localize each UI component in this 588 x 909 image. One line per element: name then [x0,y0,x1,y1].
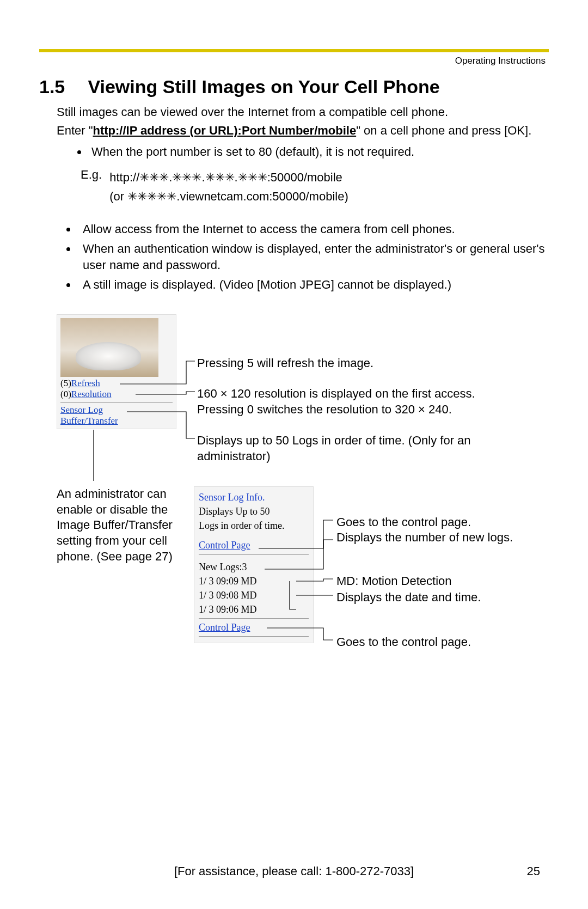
log-desc1: Displays Up to 50 [199,504,309,518]
sensor-log-link[interactable]: Sensor Log [60,405,103,415]
log-title: Sensor Log Info. [199,490,309,504]
intro-url: http://IP address (or URL):Port Number/m… [93,124,357,137]
callout-control-bottom: Goes to the control page. [336,635,522,650]
intro-block: Still images can be viewed over the Inte… [57,104,549,138]
intro-line2: Enter "http://IP address (or URL):Port N… [57,123,549,139]
intro-line1: Still images can be viewed over the Inte… [57,104,549,120]
new-logs-label: New Logs:3 [199,560,309,574]
header-rule [39,49,549,52]
list-item: A still image is displayed. (Video [Moti… [77,277,549,293]
callout-sensorlog: Displays up to 50 Logs in order of time.… [197,433,502,464]
section-title: Viewing Still Images on Your Cell Phone [88,76,439,97]
callout-control-top: Goes to the control page. [336,515,522,530]
header-doc-label: Operating Instructions [39,56,549,66]
camera-still-image [60,318,158,377]
log-desc2: Logs in order of time. [199,518,309,533]
log-row: 1/ 3 09:09 MD [199,574,309,588]
control-page-link-bottom[interactable]: Control Page [199,622,250,633]
log-row: 1/ 3 09:08 MD [199,588,309,602]
phone-divider [60,402,173,402]
callout-refresh: Pressing 5 will refresh the image. [197,356,502,371]
callout-datetime: Displays the date and time. [336,590,522,606]
buffer-transfer-link[interactable]: Buffer/Transfer [60,416,118,426]
diagram-area: (5)Refresh (0)Resolution Sensor Log Buff… [39,314,549,685]
example-label: E.g. [81,168,102,182]
list-item: When the port number is set to 80 (defau… [88,144,549,160]
callout-md: MD: Motion Detection [336,574,522,589]
admin-note: An administrator can enable or disable t… [57,486,187,564]
list-item: When an authentication window is display… [77,241,549,273]
resolution-link[interactable]: Resolution [71,389,112,399]
footer-assist: [For assistance, please call: 1-800-272-… [0,864,588,879]
main-bullet-list: Allow access from the Internet to access… [77,221,549,292]
callout-newlogs: Displays the number of new logs. [336,530,522,546]
sensor-log-screenshot: Sensor Log Info. Displays Up to 50 Logs … [194,486,314,643]
page-number: 25 [527,864,540,879]
example-line1: http://✳✳✳.✳✳✳.✳✳✳.✳✳✳:50000/mobile [109,170,342,184]
callout-resolution: 160 × 120 resolution is displayed on the… [197,386,524,417]
phone-refresh-line: (5)Refresh [57,378,176,389]
control-page-link-top[interactable]: Control Page [199,540,250,551]
section-heading: 1.5 Viewing Still Images on Your Cell Ph… [39,76,549,97]
phone-screenshot: (5)Refresh (0)Resolution Sensor Log Buff… [57,314,176,429]
example-block: E.g. http://✳✳✳.✳✳✳.✳✳✳.✳✳✳:50000/mobile… [81,168,549,206]
top-bullet-list: When the port number is set to 80 (defau… [88,144,549,160]
list-item: Allow access from the Internet to access… [77,221,549,237]
section-number: 1.5 [39,76,83,97]
example-line2: (or ✳✳✳✳✳.viewnetcam.com:50000/mobile) [109,190,348,203]
log-row: 1/ 3 09:06 MD [199,602,309,617]
refresh-link[interactable]: Refresh [71,378,100,388]
phone-resolution-line: (0)Resolution [57,389,176,400]
